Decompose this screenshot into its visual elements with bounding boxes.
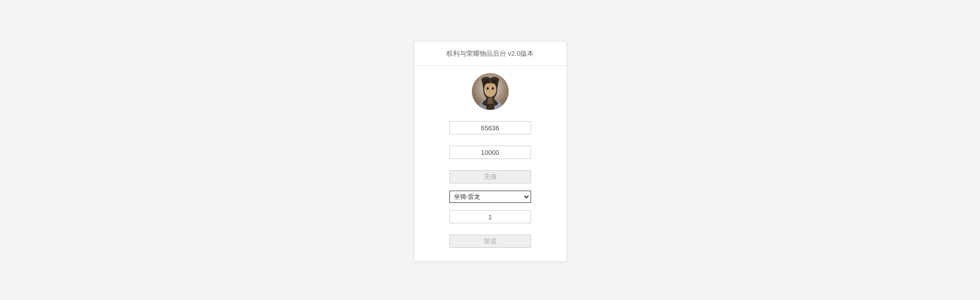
send-button[interactable]: 发送: [449, 235, 531, 248]
svg-point-3: [492, 87, 494, 90]
panel-header: 权利与荣耀物品后台 v2.0版本: [414, 41, 566, 66]
amount-input[interactable]: [449, 146, 531, 159]
panel-title: 权利与荣耀物品后台 v2.0版本: [446, 50, 534, 57]
quantity-input[interactable]: [449, 210, 531, 223]
svg-point-2: [487, 87, 489, 90]
admin-panel: 权利与荣耀物品后台 v2.0版本: [414, 41, 567, 262]
id-input[interactable]: [449, 121, 531, 134]
panel-content: 充值 坐骑-雷龙 发送: [414, 66, 566, 261]
avatar: [472, 73, 509, 110]
avatar-image: [472, 73, 509, 110]
item-select[interactable]: 坐骑-雷龙: [449, 191, 531, 203]
recharge-button[interactable]: 充值: [449, 170, 531, 183]
